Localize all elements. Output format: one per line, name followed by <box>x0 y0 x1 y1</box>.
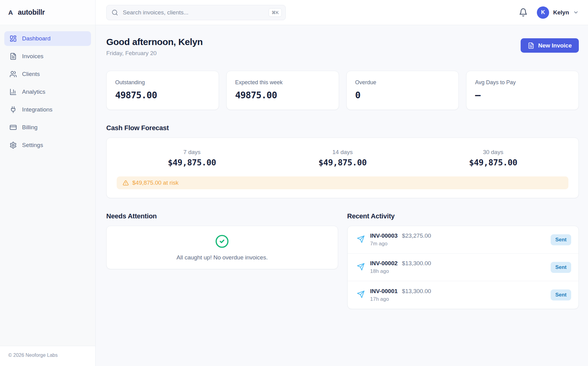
page-title: Good afternoon, Kelyn <box>106 37 203 47</box>
bottom-sections: Needs Attention All caught up! No overdu… <box>106 198 579 309</box>
search-box[interactable]: ⌘K <box>106 5 286 20</box>
page-head: Good afternoon, Kelyn Friday, February 2… <box>106 37 579 57</box>
needs-attention-section: Needs Attention All caught up! No overdu… <box>106 198 338 309</box>
period-value: $49,875.00 <box>267 158 418 167</box>
sidebar-item-label: Settings <box>22 142 43 149</box>
sidebar-item-label: Dashboard <box>22 35 51 42</box>
sidebar-footer: © 2026 Neoforge Labs <box>0 346 95 366</box>
stat-label: Expected this week <box>235 79 330 86</box>
chevron-down-icon <box>573 9 579 15</box>
users-icon <box>9 70 17 78</box>
warning-triangle-icon <box>123 180 129 186</box>
sidebar-item-integrations[interactable]: Integrations <box>4 102 91 117</box>
stat-label: Overdue <box>355 79 450 86</box>
file-text-icon <box>528 42 534 49</box>
invoice-amount: $23,275.00 <box>402 232 431 239</box>
invoice-id: INV-00001 <box>370 288 398 294</box>
greeting-block: Good afternoon, Kelyn Friday, February 2… <box>106 37 203 57</box>
activity-line: INV-00003 $23,275.00 <box>370 232 545 239</box>
activity-text: INV-00001 $13,300.00 17h ago <box>370 288 545 302</box>
activity-line: INV-00002 $13,300.00 <box>370 260 545 267</box>
activity-time: 17h ago <box>370 296 545 302</box>
needs-attention-title: Needs Attention <box>106 212 338 220</box>
activity-row-inv-00003[interactable]: INV-00003 $23,275.00 7m ago Sent <box>348 226 579 254</box>
stat-card-outstanding: Outstanding 49875.00 <box>106 71 219 110</box>
sidebar-nav: Dashboard Invoices Clients Analytics <box>0 25 95 346</box>
search-icon <box>111 9 118 16</box>
sidebar-item-label: Invoices <box>22 53 43 60</box>
bar-chart-icon <box>9 88 17 96</box>
status-badge: Sent <box>551 289 571 300</box>
sidebar-item-invoices[interactable]: Invoices <box>4 49 91 64</box>
stat-card-overdue: Overdue 0 <box>346 71 459 110</box>
current-date: Friday, February 20 <box>106 50 203 57</box>
period-label: 14 days <box>267 149 418 156</box>
activity-time: 18h ago <box>370 268 545 274</box>
stat-card-avg-days: Avg Days to Pay — <box>466 71 579 110</box>
sidebar-item-billing[interactable]: Billing <box>4 120 91 135</box>
gear-icon <box>9 141 17 149</box>
brand-logo-icon: A <box>8 9 13 16</box>
topbar-right: K Kelyn <box>519 6 579 19</box>
invoice-id: INV-00002 <box>370 260 398 266</box>
activity-text: INV-00002 $13,300.00 18h ago <box>370 260 545 274</box>
activity-row-inv-00001[interactable]: INV-00001 $13,300.00 17h ago Sent <box>348 281 579 309</box>
avatar: K <box>537 6 549 19</box>
stats-row: Outstanding 49875.00 Expected this week … <box>106 71 579 110</box>
period-value: $49,875.00 <box>418 158 568 167</box>
search-shortcut-badge: ⌘K <box>269 8 282 17</box>
sidebar-item-analytics[interactable]: Analytics <box>4 85 91 99</box>
invoice-amount: $13,300.00 <box>402 288 431 294</box>
sidebar-item-dashboard[interactable]: Dashboard <box>4 31 91 46</box>
sidebar-item-label: Analytics <box>22 89 45 95</box>
period-value: $49,875.00 <box>117 158 267 167</box>
dashboard-grid-icon <box>9 35 17 42</box>
new-invoice-button[interactable]: New Invoice <box>521 38 579 53</box>
bell-icon <box>519 8 528 17</box>
stat-card-expected: Expected this week 49875.00 <box>226 71 339 110</box>
stat-value: 49875.00 <box>235 90 330 100</box>
sidebar-item-clients[interactable]: Clients <box>4 67 91 81</box>
main-area: ⌘K K Kelyn Good afternoon, Kelyn Friday,… <box>96 0 588 366</box>
sidebar: A autobillr Dashboard Invoices Client <box>0 0 96 366</box>
dashboard-content: Good afternoon, Kelyn Friday, February 2… <box>96 25 588 366</box>
user-name: Kelyn <box>553 9 569 16</box>
status-badge: Sent <box>551 262 571 273</box>
forecast-period-7d: 7 days $49,875.00 <box>117 149 267 167</box>
notifications-button[interactable] <box>519 8 528 17</box>
app-root: A autobillr Dashboard Invoices Client <box>0 0 588 366</box>
forecast-period-14d: 14 days $49,875.00 <box>267 149 418 167</box>
recent-activity-title: Recent Activity <box>347 212 579 220</box>
status-badge: Sent <box>551 234 571 245</box>
period-label: 7 days <box>117 149 267 156</box>
search-input[interactable] <box>122 9 265 16</box>
check-circle-icon <box>215 234 229 250</box>
forecast-period-30d: 30 days $49,875.00 <box>418 149 568 167</box>
file-text-icon <box>9 53 17 60</box>
send-icon <box>357 290 365 300</box>
user-menu[interactable]: K Kelyn <box>537 6 579 19</box>
topbar: ⌘K K Kelyn <box>96 0 588 25</box>
activity-time: 7m ago <box>370 241 545 247</box>
credit-card-icon <box>9 124 17 131</box>
activity-row-inv-00002[interactable]: INV-00002 $13,300.00 18h ago Sent <box>348 254 579 281</box>
forecast-title: Cash Flow Forecast <box>106 124 579 132</box>
forecast-periods: 7 days $49,875.00 14 days $49,875.00 30 … <box>117 149 568 167</box>
activity-line: INV-00001 $13,300.00 <box>370 288 545 295</box>
invoice-id: INV-00003 <box>370 232 398 239</box>
stat-label: Outstanding <box>115 79 210 86</box>
stat-value: 49875.00 <box>115 90 210 100</box>
sidebar-item-settings[interactable]: Settings <box>4 138 91 153</box>
needs-attention-card: All caught up! No overdue invoices. <box>106 226 338 269</box>
brand: A autobillr <box>0 0 95 25</box>
period-label: 30 days <box>418 149 568 156</box>
plug-icon <box>9 106 17 113</box>
send-icon <box>357 263 365 272</box>
stat-value: 0 <box>355 90 450 100</box>
copyright-text: © 2026 Neoforge Labs <box>8 353 58 358</box>
stat-label: Avg Days to Pay <box>475 79 570 86</box>
send-icon <box>357 235 365 244</box>
all-caught-up-message: All caught up! No overdue invoices. <box>176 254 268 261</box>
new-invoice-label: New Invoice <box>538 42 572 49</box>
brand-name: autobillr <box>18 8 45 17</box>
